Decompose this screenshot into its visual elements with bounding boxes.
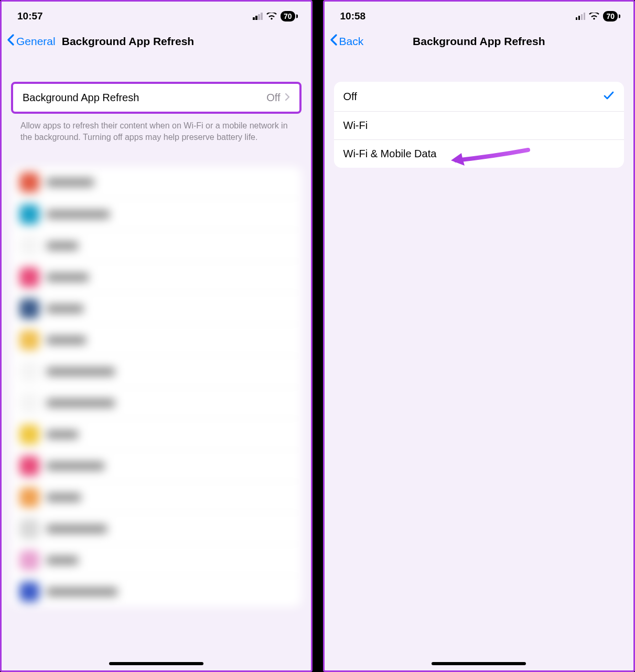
battery-level: 70 <box>284 12 292 20</box>
row-value: Off <box>266 92 280 104</box>
cellular-icon <box>576 13 586 20</box>
back-button[interactable]: General <box>7 34 56 48</box>
back-label: Back <box>339 35 364 48</box>
battery-level: 70 <box>606 12 615 20</box>
chevron-left-icon <box>7 34 14 48</box>
option-label: Off <box>343 91 604 103</box>
wifi-icon <box>266 13 277 20</box>
option-wifi-mobile-data[interactable]: Wi-Fi & Mobile Data <box>334 139 625 168</box>
background-app-refresh-row[interactable]: Background App Refresh Off <box>13 84 299 112</box>
option-wifi[interactable]: Wi-Fi <box>334 111 625 139</box>
page-title: Background App Refresh <box>413 35 545 48</box>
status-time: 10:58 <box>340 10 366 22</box>
home-indicator[interactable] <box>432 662 526 665</box>
page-title: Background App Refresh <box>62 35 194 48</box>
nav-bar: Back Background App Refresh <box>325 30 634 56</box>
back-button[interactable]: Back <box>330 34 364 48</box>
options-group: Off Wi-Fi Wi-Fi & Mobile Data <box>334 82 625 168</box>
battery-icon: 70 <box>281 11 295 21</box>
back-label: General <box>16 35 56 48</box>
battery-icon: 70 <box>603 11 618 21</box>
chevron-left-icon <box>330 34 337 48</box>
nav-bar: General Background App Refresh <box>2 30 311 56</box>
footer-description: Allow apps to refresh their content when… <box>11 114 302 152</box>
status-time: 10:57 <box>17 10 43 22</box>
option-label: Wi-Fi & Mobile Data <box>343 148 615 160</box>
wifi-icon <box>589 13 599 20</box>
home-indicator[interactable] <box>109 662 203 665</box>
cellular-icon <box>253 13 263 20</box>
chevron-right-icon <box>285 93 290 103</box>
main-setting-group: Background App Refresh Off <box>11 82 302 114</box>
app-list-blurred <box>11 167 302 607</box>
screen-2: 10:58 70 <box>323 0 636 672</box>
screen-1: 10:57 70 <box>0 0 313 672</box>
status-bar: 10:58 70 <box>325 2 634 30</box>
option-off[interactable]: Off <box>334 82 625 111</box>
row-label: Background App Refresh <box>23 92 266 104</box>
checkmark-icon <box>603 90 615 103</box>
option-label: Wi-Fi <box>343 120 615 132</box>
status-bar: 10:57 70 <box>2 2 311 30</box>
